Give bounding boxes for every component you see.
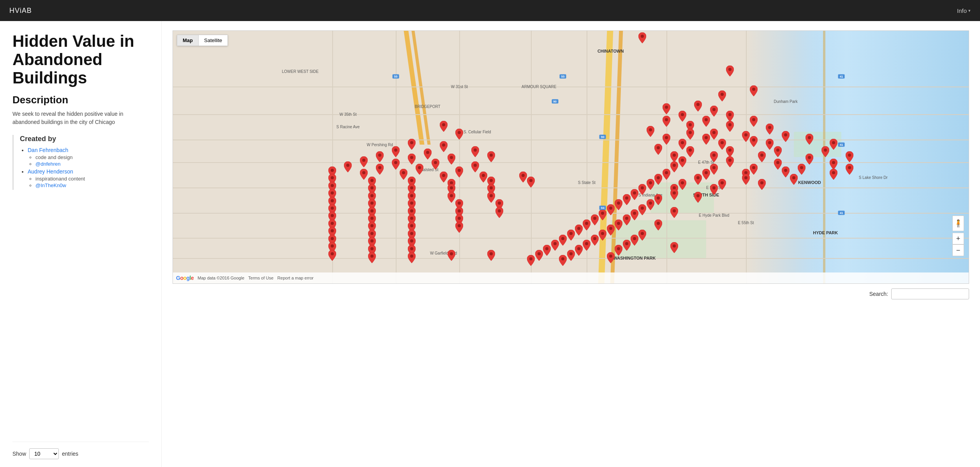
map-pin[interactable]	[686, 146, 694, 157]
map-pin[interactable]	[726, 156, 734, 167]
map-pin[interactable]	[742, 131, 750, 142]
map-pin[interactable]	[567, 250, 575, 261]
creator-audrey-twitter-link[interactable]: @InTheKn0w	[35, 182, 66, 188]
map-pin[interactable]	[638, 204, 646, 215]
map-pin[interactable]	[774, 159, 782, 170]
map-pin[interactable]	[718, 179, 726, 190]
entries-select[interactable]: 10 25 50 100	[29, 448, 59, 459]
map-pin[interactable]	[519, 172, 527, 182]
map-pin[interactable]	[758, 151, 766, 162]
map-type-satellite-btn[interactable]: Satellite	[199, 35, 227, 46]
map-pin[interactable]	[615, 245, 622, 256]
map-pin[interactable]	[774, 146, 782, 157]
map-pin[interactable]	[806, 134, 813, 145]
map-pin[interactable]	[702, 134, 710, 145]
map-pin[interactable]	[638, 230, 646, 241]
map-pin[interactable]	[710, 151, 718, 162]
map-pin[interactable]	[448, 154, 455, 165]
map-pin[interactable]	[392, 159, 400, 170]
map-pin[interactable]	[679, 111, 686, 122]
map-pin[interactable]	[599, 230, 606, 241]
map-pin[interactable]	[758, 179, 766, 190]
map-pin[interactable]	[750, 85, 758, 96]
map-pin[interactable]	[766, 139, 774, 150]
map-pin[interactable]	[559, 235, 567, 246]
map-pin[interactable]	[718, 139, 726, 150]
map-pin[interactable]	[527, 255, 535, 266]
map-pin[interactable]	[710, 129, 718, 140]
map-pin[interactable]	[782, 166, 790, 177]
map-pin[interactable]	[591, 214, 599, 225]
map-pin[interactable]	[448, 250, 455, 261]
map-pin[interactable]	[623, 214, 631, 225]
map-pin[interactable]	[408, 154, 416, 165]
creator-dan-twitter-link[interactable]: @dnfehren	[35, 161, 61, 167]
map-pin[interactable]	[440, 141, 448, 152]
map-pin[interactable]	[615, 219, 622, 230]
map-pin[interactable]	[670, 151, 678, 162]
map-pin[interactable]	[344, 161, 352, 172]
map-pin[interactable]	[686, 129, 694, 140]
zoom-out-btn[interactable]: −	[952, 244, 964, 256]
map-pin[interactable]	[631, 209, 638, 220]
map-pin[interactable]	[726, 121, 734, 132]
map-pin[interactable]	[471, 161, 479, 172]
creator-dan-link[interactable]: Dan Fehrenbach	[28, 147, 68, 153]
map-pin[interactable]	[782, 131, 790, 142]
map-pin[interactable]	[535, 250, 543, 261]
map-pin[interactable]	[551, 240, 559, 251]
map-pin[interactable]	[710, 184, 718, 195]
map-pin[interactable]	[679, 156, 686, 167]
map-pin[interactable]	[790, 174, 798, 185]
map-pin[interactable]	[543, 245, 551, 256]
map-pin[interactable]	[726, 65, 734, 76]
map-pin[interactable]	[679, 139, 686, 150]
map-pin[interactable]	[750, 164, 758, 175]
search-input[interactable]	[891, 288, 969, 299]
map-pin[interactable]	[591, 235, 599, 246]
map-pin[interactable]	[806, 154, 813, 165]
map-pin[interactable]	[448, 192, 455, 203]
map-pin[interactable]	[623, 194, 631, 205]
map-pin[interactable]	[710, 106, 718, 117]
zoom-in-btn[interactable]: +	[952, 233, 964, 244]
map-pin[interactable]	[575, 245, 583, 256]
map-pin[interactable]	[607, 252, 615, 263]
map-pin[interactable]	[567, 230, 575, 241]
map-pin[interactable]	[663, 116, 670, 127]
map-pin[interactable]	[615, 199, 622, 210]
creator-audrey-link[interactable]: Audrey Henderson	[28, 168, 73, 175]
street-view-btn[interactable]: 🧍	[952, 216, 964, 231]
map-pin[interactable]	[495, 207, 503, 218]
map-pin[interactable]	[726, 111, 734, 122]
map-pin[interactable]	[710, 164, 718, 175]
report-map-error-link[interactable]: Report a map error	[277, 276, 314, 280]
map-pin[interactable]	[440, 121, 448, 132]
map-pin[interactable]	[583, 240, 590, 251]
map-pin[interactable]	[679, 179, 686, 190]
map-pin[interactable]	[599, 209, 606, 220]
map-pin[interactable]	[631, 235, 638, 246]
map-pin[interactable]	[638, 184, 646, 195]
map-pin[interactable]	[694, 174, 702, 185]
map-pin[interactable]	[408, 139, 416, 150]
map-pin[interactable]	[670, 189, 678, 200]
map-pin[interactable]	[663, 169, 670, 180]
map-pin[interactable]	[718, 90, 726, 101]
map-pin[interactable]	[694, 192, 702, 203]
map-pin[interactable]	[368, 252, 376, 263]
map-pin[interactable]	[726, 146, 734, 157]
map-pin[interactable]	[663, 103, 670, 114]
map-pin[interactable]	[647, 199, 654, 210]
map-pin[interactable]	[471, 146, 479, 157]
map-pin[interactable]	[830, 159, 837, 170]
map-pin[interactable]	[670, 242, 678, 253]
map-pin[interactable]	[607, 225, 615, 235]
map-pin[interactable]	[750, 136, 758, 147]
map-pin[interactable]	[750, 116, 758, 127]
map-pin[interactable]	[766, 124, 774, 134]
map-pin[interactable]	[798, 164, 806, 175]
map-pin[interactable]	[360, 156, 368, 167]
map-pin[interactable]	[328, 250, 336, 261]
map-pin[interactable]	[455, 129, 463, 140]
